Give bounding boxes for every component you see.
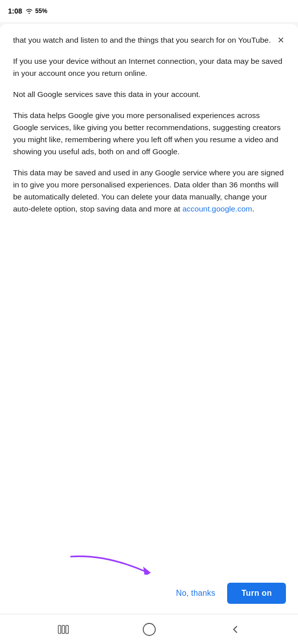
no-thanks-button[interactable]: No, thanks xyxy=(172,584,219,603)
home-button[interactable] xyxy=(139,619,159,639)
status-bar: 1:08 55% xyxy=(0,0,298,22)
paragraph-3: Not all Google services save this data i… xyxy=(13,88,285,100)
status-time: 1:08 55% xyxy=(8,7,47,15)
recent-apps-button[interactable] xyxy=(53,619,73,639)
battery-display: 55% xyxy=(35,8,47,15)
status-icons: 55% xyxy=(25,8,47,15)
modal-container: × that you watch and listen to and the t… xyxy=(0,24,298,614)
paragraph-4: This data helps Google give you more per… xyxy=(13,110,285,158)
time-display: 1:08 xyxy=(8,7,22,15)
close-button[interactable]: × xyxy=(272,31,290,49)
turn-on-button[interactable]: Turn on xyxy=(227,583,286,604)
account-google-link[interactable]: account.google.com xyxy=(182,204,252,213)
svg-rect-3 xyxy=(66,625,68,633)
paragraph-1: that you watch and listen to and the thi… xyxy=(13,34,285,46)
actions-area: No, thanks Turn on xyxy=(0,575,298,614)
navigation-bar xyxy=(0,614,298,644)
svg-rect-1 xyxy=(58,625,61,633)
scroll-content: that you watch and listen to and the thi… xyxy=(0,24,298,575)
paragraph-5: This data may be saved and used in any G… xyxy=(13,167,285,215)
wifi-icon xyxy=(25,8,33,14)
paragraph-2: If you use your device without an Intern… xyxy=(13,55,285,79)
svg-rect-2 xyxy=(62,625,64,633)
svg-rect-4 xyxy=(143,623,155,635)
back-button[interactable] xyxy=(225,619,245,639)
